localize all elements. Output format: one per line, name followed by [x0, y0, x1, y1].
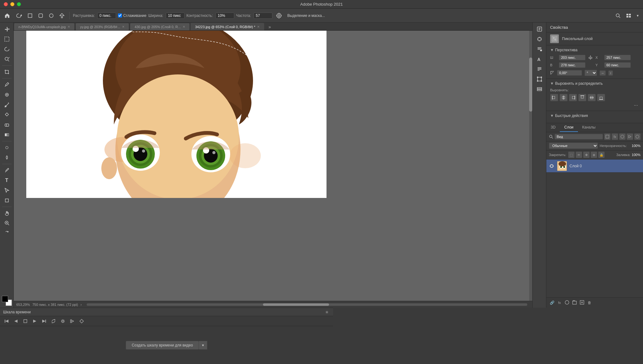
- last-frame-button[interactable]: [40, 317, 48, 325]
- minimize-button[interactable]: [10, 2, 14, 6]
- selection-mask-button[interactable]: Выделение и маска...: [286, 13, 327, 19]
- adjustments-panel-toggle[interactable]: [534, 34, 544, 44]
- timeline-menu-button[interactable]: ≡: [324, 309, 330, 315]
- close-button[interactable]: [4, 2, 8, 6]
- blur-tool[interactable]: [2, 143, 12, 152]
- width-input[interactable]: [559, 55, 585, 60]
- prev-frame-button[interactable]: [12, 317, 20, 325]
- tab-3[interactable]: 430.jpg @ 205% (Слой 0, R... ✕: [130, 23, 190, 30]
- target-icon-button[interactable]: [274, 12, 284, 19]
- brush-tool[interactable]: [2, 100, 12, 109]
- zoom-tool[interactable]: [2, 219, 12, 228]
- nav-arrow[interactable]: ›: [80, 303, 82, 306]
- lock-position-icon[interactable]: ✥: [583, 152, 590, 158]
- feathering-value[interactable]: 0 пикс.: [97, 13, 116, 19]
- tab-3d[interactable]: 3D: [546, 123, 560, 132]
- antialiasing-checkbox[interactable]: [118, 13, 122, 18]
- shape-tool[interactable]: [2, 196, 12, 205]
- eyedropper-tool[interactable]: [2, 80, 12, 89]
- delete-layer-button[interactable]: 🗑: [586, 300, 593, 306]
- lock-artboard-icon[interactable]: ⊕: [591, 152, 597, 158]
- move-tool[interactable]: [2, 24, 12, 34]
- eraser-tool[interactable]: [2, 120, 12, 129]
- tool-shape-rounded[interactable]: [36, 12, 45, 19]
- properties-panel-toggle[interactable]: [534, 24, 544, 34]
- tab-1[interactable]: n-BfWDyQ10uMk-unsplash.jpg ✕: [14, 23, 75, 30]
- clone-tool[interactable]: [2, 110, 12, 119]
- create-timeline-dropdown[interactable]: ▾: [199, 341, 207, 350]
- width-value[interactable]: 10 пикс: [166, 13, 185, 19]
- align-center-h-button[interactable]: [559, 94, 568, 101]
- lock-all-icon[interactable]: 🔒: [598, 152, 605, 158]
- align-header[interactable]: ▼ Выровнять и распределить: [550, 81, 639, 86]
- path-select-tool[interactable]: [2, 186, 12, 195]
- link-layers-button[interactable]: 🔗: [549, 300, 555, 306]
- layer-visibility-toggle[interactable]: [549, 163, 554, 169]
- dodge-tool[interactable]: [2, 153, 12, 162]
- color-swatches[interactable]: [2, 296, 12, 306]
- align-left-button[interactable]: [550, 94, 558, 101]
- crop-tool[interactable]: [2, 67, 12, 77]
- loop-button[interactable]: [49, 317, 58, 325]
- layer-search-input[interactable]: [557, 135, 601, 139]
- lock-transparent-icon[interactable]: ⬚: [568, 152, 575, 158]
- selection-tool[interactable]: [2, 34, 12, 44]
- workspace-button[interactable]: [624, 12, 633, 19]
- quick-actions-header[interactable]: ▼ Быстрые действия: [550, 114, 639, 118]
- flip-h-button[interactable]: ↔: [600, 70, 606, 76]
- add-mask-button[interactable]: [564, 300, 570, 306]
- filter-pixel-icon[interactable]: [604, 134, 610, 140]
- angle-input[interactable]: [557, 70, 582, 76]
- quick-select-tool[interactable]: [2, 54, 12, 64]
- pen-tool[interactable]: [2, 166, 12, 175]
- tab-1-close[interactable]: ✕: [68, 25, 70, 28]
- align-bottom-button[interactable]: [597, 94, 605, 101]
- lasso-tool[interactable]: [2, 44, 12, 54]
- y-input[interactable]: [604, 62, 631, 68]
- filter-color-icon[interactable]: [634, 134, 640, 140]
- layers-panel-toggle[interactable]: [534, 84, 544, 94]
- tab-layers[interactable]: Слои: [560, 123, 578, 132]
- maximize-button[interactable]: [17, 2, 21, 6]
- tab-2[interactable]: yy.jpg @ 203% (RGB/8#... ✕: [75, 23, 129, 30]
- blend-mode-select[interactable]: Обычные: [549, 143, 598, 149]
- canvas-wrapper[interactable]: [14, 31, 532, 301]
- fill-value[interactable]: 100%: [632, 153, 640, 157]
- gradient-tool[interactable]: [2, 130, 12, 139]
- text-tool[interactable]: T: [2, 176, 12, 185]
- height-input[interactable]: [559, 62, 585, 68]
- vertical-scrollbar[interactable]: [529, 31, 532, 301]
- keyframe-button[interactable]: [78, 317, 86, 325]
- tab-4[interactable]: 34223.jpg @ 653% (Слой 0, RGB/8#) * ✕: [190, 23, 265, 30]
- vertical-scrollbar-thumb[interactable]: [529, 58, 532, 112]
- timeline-settings-button[interactable]: [59, 317, 67, 325]
- filter-smart-icon[interactable]: [627, 134, 633, 140]
- align-top-button[interactable]: [578, 94, 586, 101]
- split-button[interactable]: [68, 317, 76, 325]
- more-options-button[interactable]: ···: [550, 103, 639, 108]
- tab-2-close[interactable]: ✕: [122, 25, 124, 28]
- lasso-tool-button[interactable]: [14, 12, 24, 20]
- home-button[interactable]: [3, 12, 12, 19]
- workspace-dropdown-button[interactable]: ▾: [635, 13, 640, 19]
- play-button[interactable]: [21, 317, 29, 325]
- next-frame-button[interactable]: [31, 317, 39, 325]
- foreground-color-swatch[interactable]: [2, 296, 8, 302]
- layer-search-box[interactable]: [554, 134, 603, 139]
- tool-shape-rect[interactable]: [26, 12, 34, 19]
- new-group-button[interactable]: [571, 300, 578, 306]
- create-timeline-button[interactable]: Создать шкалу времени для видео: [126, 341, 199, 350]
- tool-shape-circle[interactable]: [47, 12, 56, 19]
- add-fx-button[interactable]: fx: [556, 300, 563, 306]
- lock-pixels-icon[interactable]: ✏: [576, 152, 582, 158]
- paragraph-panel-toggle[interactable]: [534, 44, 544, 54]
- horizontal-scrollbar-thumb[interactable]: [263, 303, 329, 306]
- spot-heal-tool[interactable]: [2, 90, 12, 99]
- filter-fx-icon[interactable]: fx: [612, 134, 618, 140]
- frequency-value[interactable]: 57: [254, 13, 272, 19]
- tab-3-close[interactable]: ✕: [183, 25, 185, 28]
- flip-v-button[interactable]: ↕: [608, 70, 613, 76]
- text-panel-toggle[interactable]: A: [534, 54, 544, 64]
- first-frame-button[interactable]: [3, 317, 11, 325]
- x-input[interactable]: [604, 55, 631, 60]
